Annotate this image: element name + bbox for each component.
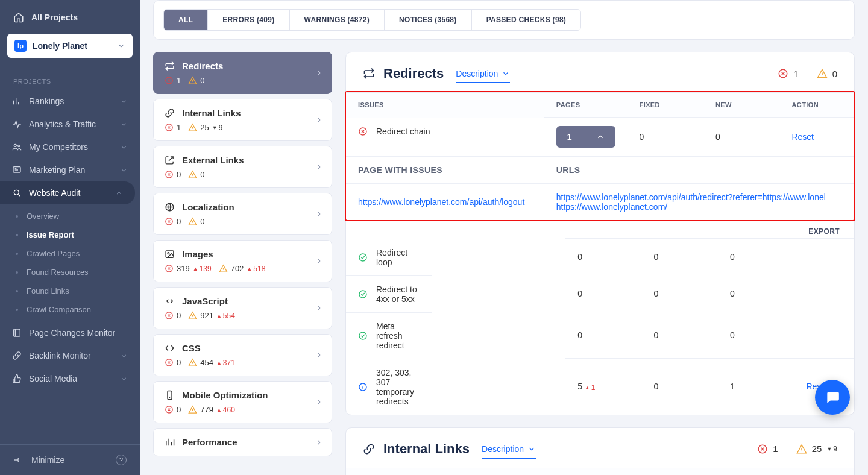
stat-value: 1: [793, 69, 798, 79]
chevron-down-icon: [120, 166, 128, 174]
image-icon: [165, 249, 175, 259]
thumb-icon: [12, 374, 22, 383]
nav-label: My Competitors: [29, 142, 88, 152]
subnav-crawl-comparison[interactable]: Crawl Comparison: [0, 300, 140, 319]
nav-rankings[interactable]: Rankings: [0, 90, 140, 113]
redirect-url-link[interactable]: https://www.lonelyplanet.com/: [556, 202, 667, 212]
svg-point-20: [359, 291, 366, 298]
chevron-down-icon: [117, 42, 125, 50]
help-icon[interactable]: ?: [116, 455, 127, 465]
description-dropdown[interactable]: Description: [456, 69, 510, 83]
new-value: 1: [718, 359, 794, 415]
nav-backlink[interactable]: Backlink Monitor: [0, 344, 140, 367]
subnav-label: Found Links: [27, 286, 69, 295]
error-stat: 319 ▲139: [165, 264, 212, 273]
pages-value: 5 ▲1: [565, 359, 641, 415]
nav-social[interactable]: Social Media: [0, 367, 140, 390]
warning-icon: [188, 217, 197, 226]
nav-competitors[interactable]: My Competitors: [0, 136, 140, 159]
error-icon: [165, 170, 174, 179]
delta: ▲460: [216, 406, 235, 414]
category-card[interactable]: Mobile Optimization 0779 ▲460: [153, 381, 332, 423]
new-value: 0: [718, 275, 794, 312]
tab-passed[interactable]: PASSED CHECKS (98): [472, 10, 581, 30]
chevron-right-icon: [315, 351, 323, 359]
pages-expand-button[interactable]: 1: [556, 126, 615, 148]
nav-page-changes[interactable]: Page Changes Monitor: [0, 321, 140, 344]
subnav-crawled-pages[interactable]: Crawled Pages: [0, 244, 140, 263]
nav-list-2: Page Changes Monitor Backlink Monitor So…: [0, 321, 140, 390]
header-errors-stat: 1: [757, 444, 778, 455]
category-name: Images: [182, 249, 213, 259]
js-icon: [165, 296, 175, 306]
reset-link[interactable]: Reset: [791, 132, 814, 142]
warning-icon: [188, 358, 197, 367]
project-selector[interactable]: lp Lonely Planet: [7, 34, 133, 58]
board-icon: [12, 165, 22, 175]
sub-data-row: https://www.lonelyplanet.com/api/auth/lo…: [346, 184, 854, 221]
redirect-url-link[interactable]: https://www.lonelyplanet.com/api/auth/re…: [556, 192, 826, 202]
subnav-found-links[interactable]: Found Links: [0, 282, 140, 300]
subnav-found-resources[interactable]: Found Resources: [0, 263, 140, 282]
category-card[interactable]: Performance: [153, 428, 332, 456]
error-stat: 0: [165, 311, 181, 320]
col-pages: PAGES: [544, 468, 620, 475]
subnav-overview[interactable]: Overview: [0, 207, 140, 225]
error-icon: [778, 68, 788, 79]
issue-row: Meta refresh redirect 0 0 0: [346, 312, 854, 359]
tab-errors[interactable]: ERRORS (409): [208, 10, 289, 30]
category-name: Performance: [182, 437, 237, 447]
header-warnings-stat: 25 ▼9: [796, 444, 837, 455]
export-button[interactable]: EXPORT: [346, 220, 854, 238]
svg-point-1: [18, 145, 20, 146]
warning-stat: 0: [188, 217, 204, 226]
chevron-right-icon: [315, 257, 323, 265]
issue-name: 302, 303, 307 temporary redirects: [376, 368, 420, 406]
new-value: 0: [718, 239, 794, 275]
col-fixed: FIXED: [620, 468, 696, 475]
section-title: Internal Links: [383, 441, 470, 457]
projects-section-label: PROJECTS: [0, 78, 140, 90]
warning-icon: [188, 123, 197, 132]
error-stat: 1: [165, 123, 181, 132]
detail-panel: Redirects Description 1 0: [345, 52, 855, 475]
fixed-value: 0: [642, 275, 718, 312]
nav-website-audit[interactable]: Website Audit: [0, 181, 135, 204]
minimize-button[interactable]: Minimize ?: [0, 445, 140, 475]
category-card[interactable]: External Links 00: [153, 146, 332, 188]
category-card[interactable]: Localization 00: [153, 193, 332, 235]
nav-marketing[interactable]: Marketing Plan: [0, 159, 140, 181]
chevron-down-icon: [120, 98, 128, 105]
tab-notices[interactable]: NOTICES (3568): [385, 10, 472, 30]
all-projects-link[interactable]: All Projects: [7, 7, 133, 28]
warning-stat: 0: [188, 170, 204, 179]
category-card[interactable]: Redirects 10: [153, 52, 332, 94]
main: ALL ERRORS (409) WARNINGS (4872) NOTICES…: [140, 0, 868, 475]
info-icon: [358, 382, 368, 392]
section-internal-links: Internal Links Description 1 25: [345, 427, 855, 476]
category-card[interactable]: CSS 0454 ▲371: [153, 334, 332, 376]
chat-widget[interactable]: [815, 380, 850, 415]
subcol-page: PAGE WITH ISSUES: [346, 157, 544, 184]
issue-row: 302, 303, 307 temporary redirects 5 ▲1 0…: [346, 359, 854, 415]
category-list[interactable]: Redirects 10 Internal Links 125 ▼9 Exter…: [153, 52, 332, 475]
subnav-issue-report[interactable]: Issue Report: [0, 225, 140, 244]
category-card[interactable]: JavaScript 0921 ▲554: [153, 287, 332, 329]
page-url-link[interactable]: https://www.lonelyplanet.com/api/auth/lo…: [358, 197, 524, 207]
globe-icon: [165, 202, 175, 212]
category-card[interactable]: Images 319 ▲139702 ▲518: [153, 240, 332, 282]
redirect-icon: [165, 61, 175, 71]
tab-warnings[interactable]: WARNINGS (4872): [290, 10, 385, 30]
svg-rect-4: [14, 329, 20, 336]
error-icon: [165, 76, 174, 85]
category-card[interactable]: Internal Links 125 ▼9: [153, 99, 332, 141]
svg-point-19: [359, 254, 366, 261]
warning-icon: [188, 405, 197, 414]
nav-analytics[interactable]: Analytics & Traffic: [0, 113, 140, 136]
delta: ▲1: [585, 383, 596, 392]
delta: ▲518: [247, 265, 265, 273]
mobile-icon: [165, 390, 175, 400]
tab-all[interactable]: ALL: [164, 10, 208, 30]
col-issues: ISSUES: [346, 93, 544, 118]
description-dropdown[interactable]: Description: [482, 444, 536, 459]
